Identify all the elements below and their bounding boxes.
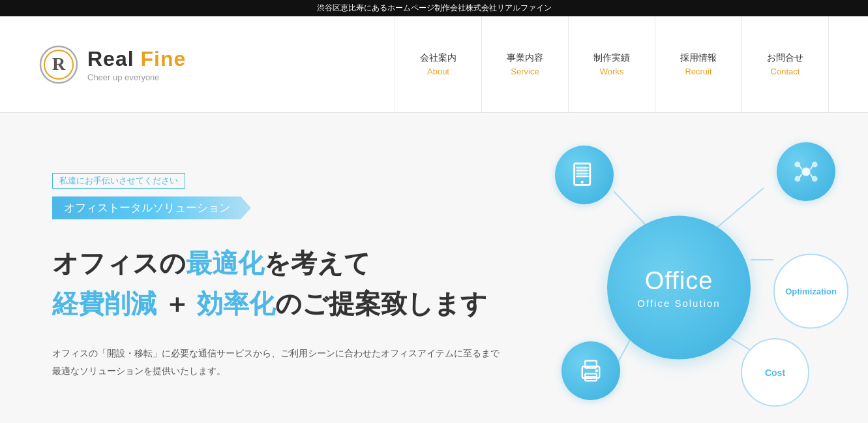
nav-item-contact[interactable]: お問合せ Contact bbox=[741, 16, 829, 112]
hero-title-line1-post: を考えて bbox=[264, 249, 370, 277]
diagram-network-circle bbox=[777, 142, 835, 201]
phone-icon bbox=[570, 161, 599, 189]
nav-label-ja-works: 制作実績 bbox=[593, 52, 630, 64]
nav-label-en-recruit: Recruit bbox=[685, 67, 711, 76]
logo-name-part1: Real bbox=[87, 47, 140, 70]
diagram-center-circle: Office Office Solution bbox=[607, 216, 751, 360]
network-icon bbox=[792, 157, 820, 186]
top-bar: 渋谷区恵比寿にあるホームページ制作会社株式会社リアルファイン bbox=[0, 0, 868, 16]
nav-label-ja-service: 事業内容 bbox=[507, 52, 543, 64]
diagram-cost-circle: Cost bbox=[741, 338, 809, 407]
hero-desc-line2: 最適なソリューションを提供いたします。 bbox=[52, 362, 548, 380]
diagram-center-title: Office bbox=[645, 267, 713, 295]
logo-icon: R bbox=[39, 45, 78, 84]
nav-item-service[interactable]: 事業内容 Service bbox=[481, 16, 568, 112]
hero-sub-label: 私達にお手伝いさせてください bbox=[52, 173, 185, 189]
nav: 会社案内 About 事業内容 Service 制作実績 Works 採用情報 … bbox=[395, 16, 829, 112]
hero-desc-line1: オフィスの「開設・移転」に必要な通信サービスから、ご利用シーンに合わせたオフィス… bbox=[52, 345, 548, 362]
hero-section: 私達にお手伝いさせてください オフィストータルソリューション オフィスの最適化を… bbox=[0, 113, 868, 423]
diagram-center-sub: Office Solution bbox=[637, 298, 720, 309]
hero-title-highlight1: 経費削減 bbox=[52, 289, 157, 318]
nav-label-en-works: Works bbox=[600, 67, 624, 76]
diagram-phone-circle bbox=[555, 146, 614, 204]
svg-point-15 bbox=[801, 167, 810, 176]
hero-diagram: Office Office Solution bbox=[509, 139, 848, 413]
hero-left: 私達にお手伝いさせてください オフィストータルソリューション オフィスの最適化を… bbox=[52, 173, 548, 379]
hero-title-line1-pre: オフィスの bbox=[52, 249, 186, 277]
hero-badge: オフィストータルソリューション bbox=[52, 196, 251, 219]
nav-item-recruit[interactable]: 採用情報 Recruit bbox=[655, 16, 741, 112]
nav-item-about[interactable]: 会社案内 About bbox=[395, 16, 481, 112]
svg-point-14 bbox=[581, 181, 584, 183]
svg-line-21 bbox=[811, 166, 813, 170]
printer-icon bbox=[576, 356, 605, 385]
diagram-optimization-label: Optimization bbox=[785, 287, 837, 296]
nav-item-works[interactable]: 制作実績 Works bbox=[568, 16, 655, 112]
logo-name: Real Fine bbox=[87, 47, 186, 71]
hero-title-line1: オフィスの最適化を考えて bbox=[52, 243, 548, 283]
diagram-cost-label: Cost bbox=[765, 368, 785, 378]
svg-line-20 bbox=[800, 166, 801, 170]
nav-label-ja-contact: お問合せ bbox=[767, 52, 803, 64]
svg-line-22 bbox=[800, 174, 801, 178]
svg-text:R: R bbox=[52, 54, 66, 74]
hero-description: オフィスの「開設・移転」に必要な通信サービスから、ご利用シーンに合わせたオフィス… bbox=[52, 345, 548, 379]
nav-label-ja-recruit: 採用情報 bbox=[680, 52, 717, 64]
diagram-optimization-circle: Optimization bbox=[773, 254, 848, 329]
logo-name-part2: Fine bbox=[140, 47, 186, 70]
logo-tagline: Cheer up everyone bbox=[87, 72, 186, 82]
svg-point-27 bbox=[595, 369, 598, 372]
hero-title-line2: 経費削減 ＋ 効率化のご提案致します bbox=[52, 283, 548, 324]
nav-label-en-contact: Contact bbox=[771, 67, 800, 76]
logo-area: R Real Fine Cheer up everyone bbox=[39, 45, 186, 84]
nav-label-ja-about: 会社案内 bbox=[420, 52, 456, 64]
top-bar-text: 渋谷区恵比寿にあるホームページ制作会社株式会社リアルファイン bbox=[317, 3, 552, 12]
hero-title-mid: ＋ bbox=[157, 289, 197, 318]
hero-title: オフィスの最適化を考えて 経費削減 ＋ 効率化のご提案致します bbox=[52, 243, 548, 324]
diagram-printer-circle bbox=[561, 341, 620, 400]
hero-title-highlight2: 効率化 bbox=[197, 289, 275, 318]
header: R Real Fine Cheer up everyone 会社案内 About… bbox=[0, 16, 868, 113]
nav-label-en-service: Service bbox=[511, 67, 539, 76]
logo-text-area: Real Fine Cheer up everyone bbox=[87, 47, 186, 82]
nav-label-en-about: About bbox=[427, 67, 449, 76]
hero-title-line1-highlight: 最適化 bbox=[186, 249, 264, 277]
svg-line-23 bbox=[811, 174, 813, 178]
hero-title-post: のご提案致します bbox=[275, 289, 487, 318]
